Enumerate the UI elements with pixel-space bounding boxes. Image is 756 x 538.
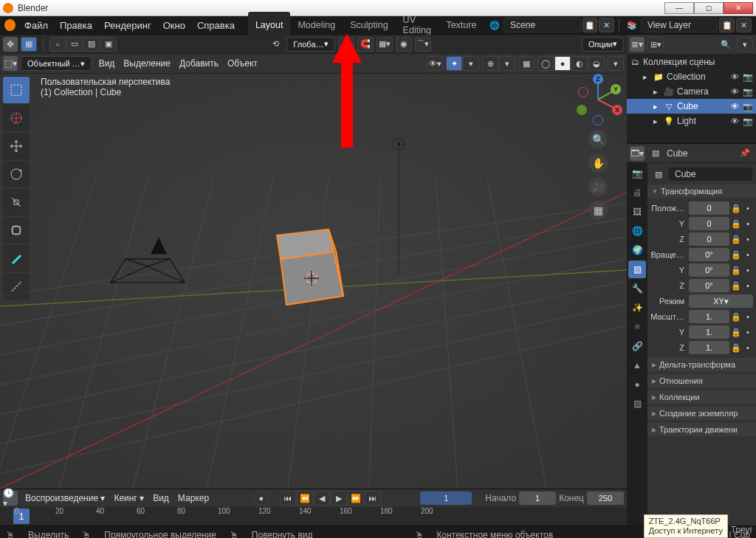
prop-tab-scene[interactable]: 🌐 — [628, 222, 646, 240]
scene-new-button[interactable]: 📋 — [583, 18, 598, 32]
outliner-editor-type[interactable]: ≣▾ — [630, 37, 645, 52]
interaction-mode-dropdown[interactable]: Объектный … ▾ — [21, 56, 92, 71]
render-icon[interactable]: 📷 — [743, 86, 753, 97]
layer-delete-button[interactable]: ✕ — [736, 18, 752, 32]
render-icon[interactable]: 📷 — [743, 101, 753, 111]
gizmo-toggle-icon[interactable]: ✦ — [446, 56, 462, 71]
shading-rendered-icon[interactable]: ◒ — [588, 56, 605, 71]
outliner-item-light[interactable]: ▸💡Light👁📷 — [627, 114, 756, 128]
menu-Рендеринг[interactable]: Рендеринг — [98, 18, 157, 32]
nav-ortho-button[interactable]: ▦ — [588, 201, 608, 220]
scene-name-field[interactable] — [504, 18, 581, 32]
shading-dropdown[interactable]: ▾ — [608, 56, 624, 71]
overlay-toggle-icon[interactable]: ⊕ — [482, 56, 498, 71]
loc-z-field[interactable]: 0 — [689, 232, 729, 246]
rot-y-field[interactable]: 0° — [689, 263, 729, 277]
render-icon[interactable]: 📷 — [743, 116, 753, 126]
tl-menu-0[interactable]: Воспроизведение ▾ — [21, 492, 109, 505]
panel-Траектории движени[interactable]: Траектории движени — [647, 423, 756, 436]
lock-icon[interactable]: 🔒 — [731, 203, 741, 213]
overlay-dropdown[interactable]: ▾ — [499, 56, 515, 71]
eye-icon[interactable]: 👁 — [729, 72, 740, 82]
jump-start-icon[interactable]: ⏮ — [280, 491, 296, 506]
rot-mode-dropdown[interactable]: XY ▾ — [689, 294, 753, 308]
tool-move[interactable] — [3, 133, 30, 159]
shading-solid-icon[interactable]: ● — [554, 56, 571, 71]
proportional-falloff-dropdown[interactable]: ⌒▾ — [415, 37, 431, 52]
transform-orient-icon[interactable]: ⟲ — [267, 37, 284, 52]
rot-z-field[interactable]: 0° — [689, 279, 729, 292]
tl-menu-2[interactable]: Вид — [148, 492, 173, 505]
eye-icon[interactable]: 👁 — [729, 86, 740, 97]
proportional-edit-icon[interactable]: ◉ — [396, 37, 412, 52]
tool-annotate[interactable] — [3, 245, 30, 272]
frame-start-field[interactable]: 1 — [519, 492, 556, 505]
vp-menu-Объект[interactable]: Объект — [223, 57, 262, 70]
scale-y-field[interactable]: 1. — [689, 325, 729, 339]
scale-x-field[interactable]: 1. — [689, 310, 729, 323]
play-icon[interactable]: ▶ — [331, 491, 347, 506]
current-frame-field[interactable]: 1 — [420, 492, 472, 505]
outliner-search-icon[interactable]: 🔍 — [718, 37, 734, 52]
select-filter-dropdown[interactable]: 👁▾ — [427, 56, 443, 71]
panel-Отношения[interactable]: Отношения — [647, 374, 756, 387]
outliner-item-camera[interactable]: ▸🎥Camera👁📷 — [627, 84, 756, 99]
panel-Коллекции[interactable]: Коллекции — [647, 390, 756, 404]
outliner-filter-button[interactable]: ▾ — [737, 37, 753, 52]
snap-vertex-icon[interactable]: ▫ — [49, 37, 66, 52]
scene-browse-icon[interactable]: 🌐 — [487, 18, 502, 32]
tl-menu-1[interactable]: Кеинг ▾ — [109, 492, 148, 505]
jump-prev-key-icon[interactable]: ⏪ — [297, 491, 313, 506]
loc-x-field[interactable]: 0 — [689, 201, 729, 215]
prop-tab-world[interactable]: 🌍 — [628, 241, 646, 259]
prop-tab-constraint[interactable]: 🔗 — [628, 337, 646, 355]
prop-tab-texture[interactable]: ▨ — [628, 395, 646, 413]
prop-tab-object[interactable]: ▧ — [628, 261, 646, 278]
menu-Правка[interactable]: Правка — [54, 18, 98, 32]
menu-Окно[interactable]: Окно — [157, 18, 191, 32]
outliner-item-collection[interactable]: ▸📁Collection👁📷 — [627, 69, 756, 84]
window-maximize-button[interactable]: ◻ — [694, 2, 724, 14]
prop-tab-data[interactable]: ▲ — [628, 356, 646, 374]
header-options-dropdown[interactable]: Опции ▾ — [582, 37, 624, 52]
tool-scale[interactable] — [3, 189, 30, 215]
window-minimize-button[interactable]: — — [664, 2, 694, 14]
snap-target-dropdown[interactable]: ▦▾ — [377, 37, 393, 52]
loc-y-field[interactable]: 0 — [689, 217, 729, 230]
transform-orientation-dropdown[interactable]: Глоба… ▾ — [286, 37, 334, 52]
snap-volume-icon[interactable]: ▣ — [100, 37, 117, 52]
tool-cursor[interactable] — [3, 105, 30, 131]
object-name-field[interactable] — [668, 167, 753, 182]
prop-tab-physics[interactable]: ⚛ — [628, 318, 646, 336]
nav-gizmo[interactable]: Z Y X — [572, 74, 624, 125]
nav-camera-button[interactable]: 🎥 — [588, 177, 608, 196]
blender-logo-icon[interactable] — [4, 19, 16, 31]
tl-menu-3[interactable]: Маркер — [173, 492, 213, 505]
viewport-3d[interactable]: Пользовательская перспектива (1) Collect… — [0, 74, 627, 489]
tool-rotate[interactable] — [3, 161, 30, 187]
properties-editor-type[interactable]: 🗔▾ — [630, 146, 645, 161]
panel-Дельта-трансформа[interactable]: Дельта-трансформа — [647, 358, 756, 371]
tool-transform[interactable] — [3, 217, 30, 244]
nav-zoom-button[interactable]: 🔍 — [588, 130, 608, 149]
panel-Создание экземпляр[interactable]: Создание экземпляр — [647, 407, 756, 420]
eye-icon[interactable]: 👁 — [729, 116, 740, 126]
gizmo-dropdown[interactable]: ▾ — [463, 56, 479, 71]
tool-measure[interactable] — [3, 273, 30, 300]
timeline-track[interactable]: 1 020406080100120140160180200 — [0, 507, 627, 525]
vp-menu-Добавить[interactable]: Добавить — [175, 57, 223, 70]
snap-face-icon[interactable]: ▨ — [83, 37, 100, 52]
snap-edge-icon[interactable]: ▭ — [66, 37, 83, 52]
xray-toggle-icon[interactable]: ▦ — [518, 56, 535, 71]
outliner-item-cube[interactable]: ▸▽Cube👁📷 — [627, 99, 756, 114]
menu-Справка[interactable]: Справка — [191, 18, 241, 32]
prop-tab-render[interactable]: 📷 — [628, 165, 646, 182]
prop-tab-output[interactable]: 🖨 — [628, 184, 646, 201]
layer-browse-icon[interactable]: 📚 — [624, 18, 639, 32]
shading-wireframe-icon[interactable]: ◯ — [537, 56, 554, 71]
vp-menu-Вид[interactable]: Вид — [94, 57, 120, 70]
scale-z-field[interactable]: 1. — [689, 341, 729, 354]
cursor-tool-icon[interactable]: ✥ — [3, 37, 18, 52]
nav-pan-button[interactable]: ✋ — [588, 154, 608, 173]
layer-new-button[interactable]: 📋 — [719, 18, 735, 32]
